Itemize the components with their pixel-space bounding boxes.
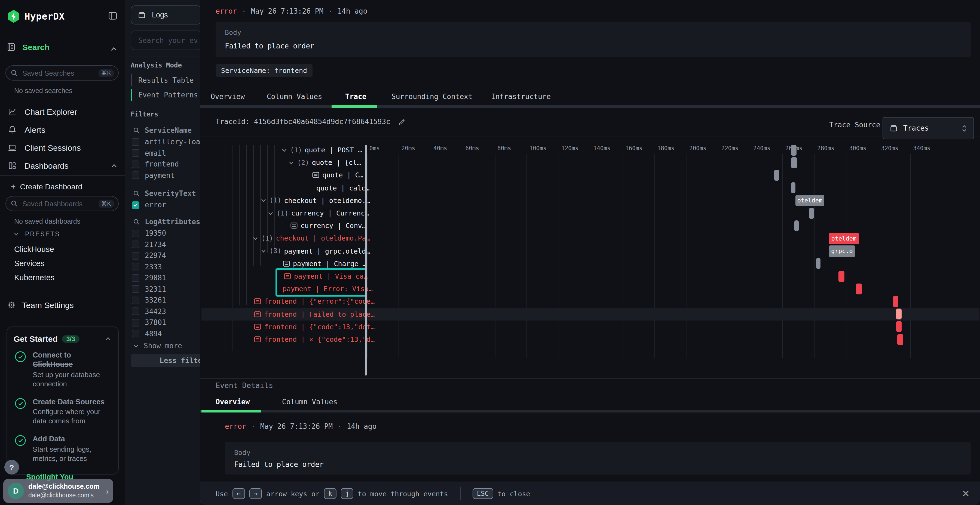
checkbox[interactable] bbox=[132, 252, 139, 259]
filter-option[interactable]: email bbox=[132, 149, 166, 157]
less-filters-button[interactable]: Less filters bbox=[130, 354, 200, 367]
saved-searches-input[interactable]: Saved Searches ⌘K bbox=[5, 65, 119, 81]
create-dashboard-button[interactable]: + Create Dashboard bbox=[11, 182, 82, 191]
checkbox[interactable] bbox=[132, 263, 139, 270]
sidebar-item-chart-explorer[interactable]: Chart Explorer bbox=[0, 103, 125, 120]
span-duration-bar[interactable] bbox=[816, 258, 821, 269]
filter-option[interactable]: 4894 bbox=[132, 329, 162, 338]
tab-overview[interactable]: Overview bbox=[211, 92, 245, 101]
span-row[interactable]: payment | Visa ca… bbox=[284, 270, 368, 283]
span-row[interactable]: (2)quote | {cl… bbox=[288, 156, 361, 169]
tab-surrounding-context[interactable]: Surrounding Context bbox=[391, 92, 472, 101]
checkbox[interactable] bbox=[132, 172, 139, 179]
preset-kubernetes[interactable]: Kubernetes bbox=[14, 273, 54, 282]
span-duration-bar[interactable] bbox=[856, 283, 862, 294]
chevron-down-icon[interactable] bbox=[267, 210, 274, 216]
span-duration-label[interactable]: grpc.o bbox=[829, 245, 855, 257]
get-started-item[interactable]: Add DataStart sending logs, metrics, or … bbox=[7, 429, 118, 467]
span-row[interactable]: (1)checkout | oteldemo.Pa… bbox=[252, 232, 370, 245]
sidebar-item-client-sessions[interactable]: Client Sessions bbox=[0, 139, 125, 156]
span-row[interactable]: currency | Conv… bbox=[290, 219, 366, 232]
analysis-mode-option[interactable]: Results Table bbox=[130, 74, 194, 86]
filter-option[interactable]: 37801 bbox=[132, 318, 166, 327]
chevron-down-icon[interactable] bbox=[252, 235, 259, 241]
span-duration-label[interactable]: oteldem bbox=[829, 233, 859, 245]
get-started-item[interactable]: Create Data SourcesConfigure where your … bbox=[7, 392, 118, 429]
span-row[interactable]: (3)payment | grpc.oteld… bbox=[260, 245, 370, 257]
checkbox[interactable] bbox=[132, 149, 139, 157]
filter-option[interactable]: 2333 bbox=[132, 262, 162, 271]
user-menu[interactable]: D dale@clickhouse.com dale@clickhouse.co… bbox=[3, 479, 113, 503]
span-duration-bar[interactable] bbox=[897, 334, 903, 345]
span-duration-bar[interactable] bbox=[896, 321, 902, 332]
checkbox[interactable] bbox=[132, 138, 139, 146]
service-name-chip[interactable]: ServiceName: frontend bbox=[216, 64, 312, 77]
event-details-tab-overview[interactable]: Overview bbox=[216, 398, 250, 406]
event-search-input[interactable]: Search your ev bbox=[130, 30, 200, 50]
show-more-button[interactable]: Show more bbox=[133, 342, 182, 350]
chevron-up-icon[interactable] bbox=[105, 336, 111, 342]
span-duration-bar[interactable] bbox=[791, 182, 795, 193]
span-duration-label[interactable]: oteldem bbox=[795, 195, 824, 206]
span-duration-bar[interactable] bbox=[809, 208, 814, 219]
checkbox-checked[interactable] bbox=[132, 201, 139, 209]
checkbox[interactable] bbox=[132, 330, 139, 337]
sidebar-item-dashboards[interactable]: Dashboards bbox=[0, 157, 125, 173]
span-row[interactable]: quote | C… bbox=[312, 169, 363, 181]
presets-toggle[interactable]: PRESETS bbox=[13, 231, 60, 237]
checkbox[interactable] bbox=[132, 160, 139, 168]
source-select[interactable]: Logs bbox=[130, 5, 200, 24]
span-duration-bar[interactable] bbox=[791, 145, 797, 156]
filter-option[interactable]: error bbox=[132, 201, 166, 209]
filter-option[interactable]: 19350 bbox=[132, 229, 166, 237]
tree-scrollbar[interactable] bbox=[365, 145, 367, 375]
collapse-sidebar-icon[interactable] bbox=[108, 11, 118, 21]
chevron-down-icon[interactable] bbox=[260, 197, 267, 204]
close-icon[interactable]: ✕ bbox=[962, 488, 970, 499]
filter-option[interactable]: 34423 bbox=[132, 307, 166, 315]
filter-option[interactable]: 33261 bbox=[132, 296, 166, 304]
span-duration-bar[interactable] bbox=[794, 220, 799, 231]
search-section[interactable]: Search bbox=[6, 43, 49, 52]
tab-infrastructure[interactable]: Infrastructure bbox=[491, 92, 551, 101]
get-started-item[interactable]: Connect to ClickHouseSet up your databas… bbox=[7, 346, 118, 392]
checkbox[interactable] bbox=[132, 274, 139, 282]
span-row[interactable]: (1)quote | POST … bbox=[281, 144, 362, 156]
filter-option[interactable]: 21734 bbox=[132, 240, 166, 248]
span-row[interactable]: payment | Charge … bbox=[283, 257, 367, 270]
span-row[interactable]: frontend | × {"code":13,"d… bbox=[254, 333, 375, 346]
logo[interactable]: HyperDX bbox=[8, 10, 65, 23]
span-duration-bar[interactable] bbox=[893, 296, 898, 307]
span-duration-bar[interactable] bbox=[838, 271, 845, 282]
span-row[interactable]: frontend | {"error":{"code… bbox=[254, 295, 375, 308]
chevron-up-icon[interactable] bbox=[110, 46, 118, 52]
preset-clickhouse[interactable]: ClickHouse bbox=[14, 245, 54, 254]
chevron-down-icon[interactable] bbox=[281, 147, 288, 153]
team-settings-button[interactable]: ⚙ Team Settings bbox=[8, 300, 74, 310]
span-row[interactable]: quote | calc… bbox=[316, 181, 370, 194]
checkbox[interactable] bbox=[132, 241, 139, 248]
span-row[interactable]: frontend | {"code":13,"det… bbox=[254, 321, 375, 333]
span-row[interactable]: payment | Error: Visa… bbox=[283, 283, 373, 295]
sidebar-item-alerts[interactable]: Alerts bbox=[0, 121, 125, 138]
checkbox[interactable] bbox=[132, 229, 139, 237]
checkbox[interactable] bbox=[132, 296, 139, 304]
event-details-tab-column-values[interactable]: Column Values bbox=[282, 398, 337, 406]
checkbox[interactable] bbox=[132, 319, 139, 326]
tab-trace[interactable]: Trace bbox=[345, 92, 366, 101]
filter-option[interactable]: 22974 bbox=[132, 251, 166, 260]
saved-dashboards-input[interactable]: Saved Dashboards ⌘K bbox=[5, 196, 119, 211]
filter-option[interactable]: artillery-loa bbox=[132, 138, 200, 146]
tab-column-values[interactable]: Column Values bbox=[267, 92, 322, 101]
span-row-selected[interactable]: frontend | Failed to place… bbox=[254, 308, 375, 320]
preset-services[interactable]: Services bbox=[14, 259, 45, 268]
filter-option[interactable]: payment bbox=[132, 171, 175, 179]
chevron-down-icon[interactable] bbox=[288, 159, 294, 166]
checkbox[interactable] bbox=[132, 285, 139, 293]
filter-option[interactable]: 32311 bbox=[132, 285, 166, 293]
filter-option[interactable]: frontend bbox=[132, 160, 179, 168]
span-duration-bar[interactable] bbox=[896, 308, 902, 319]
help-button[interactable]: ? bbox=[4, 460, 19, 475]
chevron-down-icon[interactable] bbox=[260, 248, 267, 254]
span-row[interactable]: (1)checkout | oteldemo.… bbox=[260, 194, 370, 207]
